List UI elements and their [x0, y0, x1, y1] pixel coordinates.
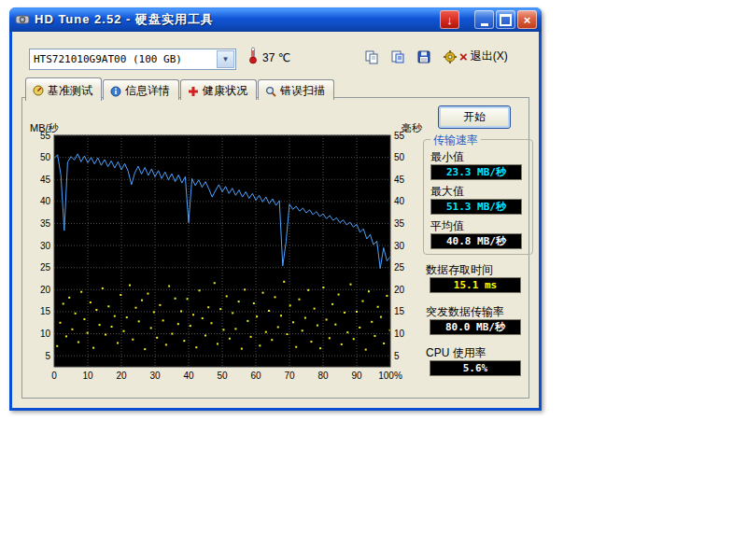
cpu-usage-value: 5.6% — [430, 360, 521, 376]
svg-text:80: 80 — [317, 371, 329, 381]
start-button[interactable]: 开始 — [438, 105, 511, 129]
title-bar[interactable]: HD Tune 2.52 - 硬盘实用工具 ↓ × — [9, 7, 542, 32]
options-button[interactable] — [441, 49, 459, 65]
tab-strip: 基准测试 信息详情 健康状况 — [25, 77, 334, 100]
exit-x-icon: × — [459, 50, 468, 63]
avg-value: 40.8 MB/秒 — [430, 233, 522, 249]
copy-button[interactable] — [362, 49, 381, 65]
tab-error-scan-label: 错误扫描 — [280, 83, 325, 99]
copy-text-icon — [390, 49, 405, 64]
maximize-button[interactable] — [496, 10, 515, 29]
copy-text-button[interactable] — [388, 49, 407, 65]
svg-text:90: 90 — [351, 371, 362, 381]
svg-text:5: 5 — [394, 351, 400, 361]
svg-text:0: 0 — [51, 371, 57, 381]
thermometer-icon — [247, 47, 259, 64]
svg-text:25: 25 — [40, 262, 51, 273]
svg-text:50: 50 — [217, 371, 228, 381]
svg-text:30: 30 — [149, 371, 161, 381]
close-button[interactable]: × — [517, 10, 537, 29]
svg-text:20: 20 — [40, 285, 51, 295]
drive-select-value: HTS721010G9AT00 (100 GB) — [30, 53, 216, 65]
svg-text:50: 50 — [40, 152, 51, 162]
max-value: 51.3 MB/秒 — [430, 199, 522, 215]
svg-text:10: 10 — [394, 329, 405, 339]
svg-text:40: 40 — [40, 196, 51, 206]
svg-text:MB/秒: MB/秒 — [30, 122, 60, 133]
benchmark-icon — [33, 85, 44, 96]
minimize-button[interactable] — [474, 10, 494, 29]
copy-icon — [364, 49, 379, 64]
svg-text:45: 45 — [40, 175, 51, 185]
svg-text:5: 5 — [45, 351, 50, 361]
magnifier-icon — [265, 86, 276, 97]
app-icon — [15, 12, 30, 27]
access-time-value: 15.1 ms — [430, 277, 521, 293]
desktop: HD Tune 2.52 - 硬盘实用工具 ↓ × HTS721010G9AT0… — [0, 0, 747, 560]
drive-select[interactable]: HTS721010G9AT00 (100 GB) ▼ — [29, 49, 236, 70]
tab-benchmark[interactable]: 基准测试 — [25, 77, 102, 101]
svg-text:20: 20 — [394, 285, 405, 295]
max-label: 最大值 — [430, 184, 464, 200]
svg-text:30: 30 — [394, 241, 405, 251]
svg-text:15: 15 — [394, 306, 405, 316]
tab-health-label: 健康状况 — [203, 83, 247, 99]
svg-text:毫秒: 毫秒 — [402, 122, 423, 133]
svg-text:25: 25 — [394, 262, 405, 273]
svg-text:40: 40 — [394, 196, 405, 206]
gear-icon — [443, 49, 458, 64]
minimize-icon — [481, 23, 488, 26]
transfer-rate-group: 传输速率 最小值 23.3 MB/秒 最大值 51.3 MB/秒 平均值 40.… — [423, 139, 533, 255]
health-cross-icon — [188, 86, 199, 97]
temperature-value: 37 ℃ — [262, 51, 290, 64]
avg-label: 平均值 — [430, 218, 464, 234]
exit-button[interactable]: × 退出(X) — [459, 49, 508, 64]
svg-text:70: 70 — [284, 371, 295, 381]
svg-text:60: 60 — [250, 371, 261, 381]
transfer-rate-title: 传输速率 — [430, 133, 481, 148]
benchmark-chart: 5555505045454040353530302525202015151010… — [28, 122, 424, 402]
cpu-usage-label: CPU 使用率 — [426, 345, 486, 361]
svg-text:45: 45 — [394, 175, 405, 185]
svg-text:10: 10 — [82, 371, 93, 381]
exit-label: 退出(X) — [471, 49, 508, 64]
tab-error-scan[interactable]: 错误扫描 — [258, 79, 334, 100]
svg-text:15: 15 — [40, 306, 51, 316]
chevron-down-icon[interactable]: ▼ — [217, 50, 234, 68]
svg-text:30: 30 — [40, 241, 51, 251]
info-icon — [110, 86, 121, 97]
tab-info[interactable]: 信息详情 — [103, 79, 179, 100]
tab-health[interactable]: 健康状况 — [180, 79, 257, 100]
client-area: HTS721010G9AT00 (100 GB) ▼ 37 ℃ — [12, 32, 539, 408]
hd-tune-window: HD Tune 2.52 - 硬盘实用工具 ↓ × HTS721010G9AT0… — [9, 7, 542, 411]
burst-rate-label: 突发数据传输率 — [426, 304, 504, 320]
svg-text:10: 10 — [40, 329, 51, 339]
svg-text:35: 35 — [394, 218, 405, 229]
save-icon — [416, 49, 431, 64]
burst-rate-value: 80.0 MB/秒 — [430, 319, 521, 335]
min-label: 最小值 — [430, 149, 464, 165]
save-button[interactable] — [415, 49, 433, 65]
tab-info-label: 信息详情 — [125, 83, 170, 99]
svg-text:35: 35 — [40, 218, 51, 229]
svg-text:20: 20 — [116, 371, 127, 381]
window-title: HD Tune 2.52 - 硬盘实用工具 — [35, 11, 214, 28]
toolbar-icons — [362, 49, 459, 65]
maximize-icon — [500, 14, 512, 26]
benchmark-panel: 5555505045454040353530302525202015151010… — [21, 97, 529, 399]
tab-benchmark-label: 基准测试 — [48, 83, 92, 99]
svg-text:40: 40 — [183, 371, 194, 381]
access-time-label: 数据存取时间 — [426, 262, 493, 278]
svg-text:50: 50 — [394, 152, 405, 162]
capture-button[interactable]: ↓ — [440, 10, 459, 29]
min-value: 23.3 MB/秒 — [430, 164, 522, 180]
svg-text:100%: 100% — [378, 371, 402, 381]
